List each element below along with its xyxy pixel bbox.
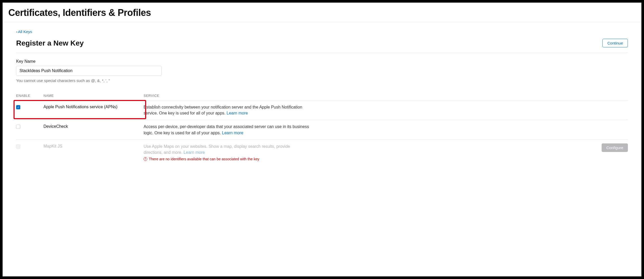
service-warning: !There are no identifiers available that… — [144, 157, 584, 161]
continue-button[interactable]: Continue — [602, 39, 628, 47]
service-row-mapkitjs: MapKit JSUse Apple Maps on your websites… — [16, 140, 628, 165]
learn-more-link-mapkitjs: Learn more — [184, 150, 205, 155]
content-area: ‹ All Keys Register a New Key Continue K… — [3, 22, 641, 165]
app-frame: Certificates, Identifiers & Profiles ‹ A… — [3, 3, 641, 276]
service-description-cell: Access per-device, per-developer data th… — [144, 124, 589, 136]
back-link-all-keys[interactable]: ‹ All Keys — [16, 29, 32, 34]
service-enable-cell — [16, 143, 43, 150]
section-header: Register a New Key Continue — [16, 39, 628, 53]
service-name-cell: Apple Push Notifications service (APNs) — [43, 104, 144, 109]
services-header-row: ENABLE NAME SERVICE — [16, 94, 628, 100]
service-name-label: MapKit JS — [43, 143, 144, 149]
col-header-name: NAME — [43, 94, 144, 98]
service-row-devicecheck: DeviceCheckAccess per-device, per-develo… — [16, 120, 628, 139]
enable-checkbox-apns[interactable]: ✓ — [16, 105, 20, 109]
col-header-enable: ENABLE — [16, 94, 43, 98]
service-description-cell: Use Apple Maps on your websites. Show a … — [144, 143, 589, 161]
back-link-label: All Keys — [18, 29, 32, 34]
learn-more-link-devicecheck[interactable]: Learn more — [222, 131, 243, 135]
service-name-label: DeviceCheck — [43, 124, 144, 129]
service-name-label: Apple Push Notifications service (APNs) — [43, 104, 144, 109]
service-warning-text: There are no identifiers available that … — [149, 157, 259, 161]
service-action-cell: Configure — [589, 143, 628, 152]
learn-more-link-apns[interactable]: Learn more — [227, 111, 248, 115]
key-name-hint: You cannot use special characters such a… — [16, 78, 628, 83]
enable-checkbox-mapkitjs — [16, 144, 20, 149]
chevron-left-icon: ‹ — [16, 29, 17, 34]
service-enable-cell: ✓ — [16, 104, 43, 109]
key-name-input[interactable] — [16, 66, 162, 76]
service-description: Establish connectivity between your noti… — [144, 104, 310, 116]
service-name-cell: DeviceCheck — [43, 124, 144, 129]
service-name-cell: MapKit JS — [43, 143, 144, 149]
service-description: Access per-device, per-developer data th… — [144, 124, 310, 136]
section-title: Register a New Key — [16, 39, 84, 47]
key-name-field: Key Name You cannot use special characte… — [16, 59, 628, 83]
service-description-cell: Establish connectivity between your noti… — [144, 104, 589, 116]
configure-button-mapkitjs: Configure — [602, 143, 628, 152]
warning-icon: ! — [144, 157, 147, 161]
services-table: ENABLE NAME SERVICE ✓Apple Push Notifica… — [16, 94, 628, 165]
page-title: Certificates, Identifiers & Profiles — [3, 3, 641, 22]
service-row-apns: ✓Apple Push Notifications service (APNs)… — [16, 100, 628, 120]
col-header-service: SERVICE — [144, 94, 628, 98]
enable-checkbox-devicecheck[interactable] — [16, 125, 20, 129]
service-enable-cell — [16, 124, 43, 130]
highlight-annotation — [14, 100, 146, 119]
service-description: Use Apple Maps on your websites. Show a … — [144, 143, 310, 155]
key-name-label: Key Name — [16, 59, 628, 64]
